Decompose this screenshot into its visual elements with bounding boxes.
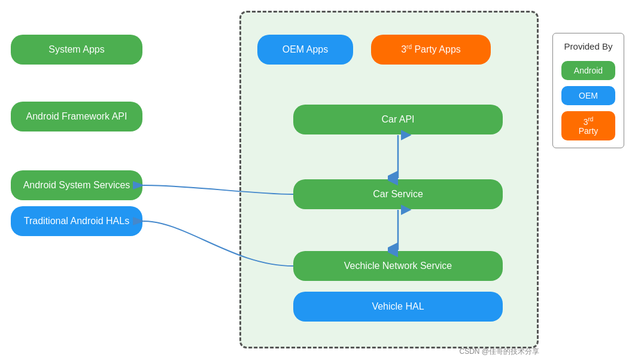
legend-title: Provided By: [564, 41, 613, 53]
watermark: CSDN @佳哥的技术分享: [459, 347, 539, 357]
traditional-hal-box: Traditional Android HALs: [11, 206, 142, 236]
traditional-hal-label: Traditional Android HALs: [24, 216, 129, 227]
legend-third-party: 3rdParty: [561, 111, 615, 141]
vehicle-hal-label: Vehicle HAL: [372, 301, 424, 312]
vehicle-hal-box: Vehicle HAL: [293, 292, 503, 322]
oem-apps-box: OEM Apps: [257, 35, 353, 65]
legend-box: Provided By Android OEM 3rdParty: [552, 33, 624, 148]
diagram-container: System Apps Android Framework API Androi…: [0, 0, 635, 364]
android-framework-label: Android Framework API: [26, 111, 127, 122]
android-system-services-label: Android System Services: [23, 180, 130, 191]
vehicle-network-box: Vechicle Network Service: [293, 251, 503, 281]
car-service-label: Car Service: [373, 189, 423, 200]
android-system-services-box: Android System Services: [11, 170, 142, 200]
oem-apps-label: OEM Apps: [282, 44, 328, 55]
car-api-box: Car API: [293, 105, 503, 134]
vehicle-network-label: Vechicle Network Service: [344, 261, 452, 271]
car-service-box: Car Service: [293, 179, 503, 209]
third-party-apps-box: 3rd Party Apps: [371, 35, 491, 65]
car-api-label: Car API: [381, 114, 414, 125]
system-apps-label: System Apps: [48, 44, 104, 55]
legend-android: Android: [561, 61, 615, 80]
third-party-apps-label: 3rd Party Apps: [401, 44, 461, 55]
legend-oem: OEM: [561, 86, 615, 105]
system-apps-box: System Apps: [11, 35, 142, 65]
android-framework-box: Android Framework API: [11, 102, 142, 131]
